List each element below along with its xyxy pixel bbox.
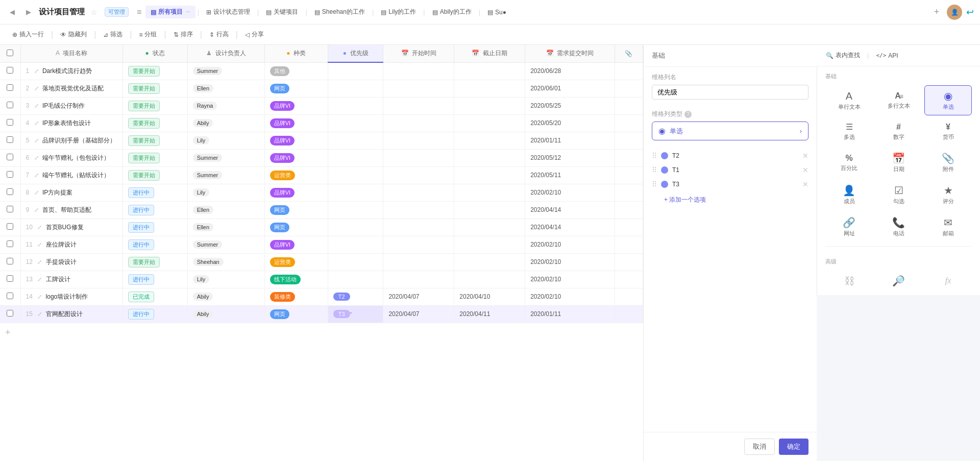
field-multi-select[interactable]: ☰ 多选 bbox=[825, 117, 873, 145]
row-checkbox[interactable] bbox=[7, 119, 13, 126]
row-expand-icon[interactable]: ⤢ bbox=[37, 276, 42, 282]
field-email[interactable]: ✉ 邮箱 bbox=[924, 212, 972, 242]
field-single-select[interactable]: ◉ 单选 bbox=[924, 85, 972, 115]
row-checkbox[interactable] bbox=[7, 258, 13, 264]
row-checkbox-cell[interactable] bbox=[0, 62, 20, 80]
field-multi-line[interactable]: A≡ 多行文本 bbox=[875, 85, 922, 115]
col-demand-header[interactable]: 📅 需求提交时间 bbox=[525, 45, 615, 62]
table-area[interactable]: A 项目名称 ● 状态 ♟ 设计负责人 ● 种类 bbox=[0, 45, 643, 461]
row-checkbox[interactable] bbox=[7, 154, 13, 160]
row-checkbox-cell[interactable] bbox=[0, 97, 20, 114]
filter-btn[interactable]: ⊿ 筛选 bbox=[99, 28, 127, 41]
row-checkbox-cell[interactable] bbox=[0, 305, 20, 323]
tab-abily[interactable]: ▤ Abily的工作 bbox=[427, 6, 477, 18]
tab-more-all[interactable]: ··· bbox=[186, 9, 190, 15]
field-number[interactable]: # 数字 bbox=[875, 117, 922, 145]
row-checkbox[interactable] bbox=[7, 293, 13, 299]
field-link[interactable]: ⛓ bbox=[825, 271, 873, 292]
row-checkbox-cell[interactable] bbox=[0, 288, 20, 305]
undo-btn[interactable]: ↩ bbox=[966, 7, 974, 18]
row-expand-icon[interactable]: ⤢ bbox=[34, 85, 39, 91]
row-height-btn[interactable]: ⇕ 行高 bbox=[205, 28, 233, 41]
row-expand-icon[interactable]: ⤢ bbox=[34, 68, 39, 74]
col-attach-header[interactable]: 📎 bbox=[615, 45, 643, 62]
delete-t3-btn[interactable]: ✕ bbox=[802, 180, 808, 188]
share-btn[interactable]: ◁ 分享 bbox=[241, 28, 268, 41]
tab-lily[interactable]: ▤ Lily的工作 bbox=[376, 6, 421, 18]
row-checkbox[interactable] bbox=[7, 84, 13, 91]
col-type-selected[interactable]: ◉ 单选 › bbox=[652, 122, 808, 140]
delete-t1-btn[interactable]: ✕ bbox=[802, 166, 808, 174]
option-t2[interactable]: ⠿ T2 ✕ bbox=[652, 149, 808, 163]
col-name-header[interactable]: A 项目名称 bbox=[20, 45, 122, 62]
row-checkbox-cell[interactable] bbox=[0, 201, 20, 219]
delete-t2-btn[interactable]: ✕ bbox=[802, 152, 808, 160]
row-checkbox-cell[interactable] bbox=[0, 132, 20, 149]
cancel-btn[interactable]: 取消 bbox=[744, 439, 775, 455]
field-url[interactable]: 🔗 网址 bbox=[825, 212, 873, 242]
row-expand-icon[interactable]: ⤢ bbox=[34, 155, 39, 161]
tab-all-projects[interactable]: ▤ 所有项目 ··· bbox=[145, 6, 195, 18]
row-checkbox[interactable] bbox=[7, 240, 13, 247]
field-attachment[interactable]: 📎 附件 bbox=[924, 148, 972, 178]
row-checkbox[interactable] bbox=[7, 223, 13, 230]
add-option-btn[interactable]: + 添加一个选项 bbox=[652, 191, 808, 206]
col-end-header[interactable]: 📅 截止日期 bbox=[454, 45, 525, 62]
add-row-btn[interactable]: + bbox=[0, 323, 643, 342]
row-checkbox-cell[interactable] bbox=[0, 166, 20, 184]
table-search-btn[interactable]: 🔍 表内查找 bbox=[823, 49, 863, 62]
option-t1[interactable]: ⠿ T1 ✕ bbox=[652, 163, 808, 177]
row-checkbox-cell[interactable] bbox=[0, 184, 20, 201]
row-checkbox-cell[interactable] bbox=[0, 271, 20, 288]
select-all-checkbox[interactable] bbox=[7, 50, 13, 56]
row-checkbox[interactable] bbox=[7, 310, 13, 317]
row-checkbox-cell[interactable] bbox=[0, 236, 20, 253]
sort-btn[interactable]: ⇅ 排序 bbox=[169, 28, 197, 41]
row-checkbox[interactable] bbox=[7, 206, 13, 212]
group-btn[interactable]: ≡ 分组 bbox=[135, 28, 161, 41]
row-checkbox[interactable] bbox=[7, 102, 13, 108]
row-checkbox[interactable] bbox=[7, 136, 13, 143]
tab-su[interactable]: ▤ Su● bbox=[482, 7, 511, 18]
row-expand-icon[interactable]: ⤢ bbox=[37, 241, 42, 248]
row-checkbox[interactable] bbox=[7, 67, 13, 74]
field-checkbox[interactable]: ☑ 勾选 bbox=[875, 180, 922, 210]
row-checkbox-cell[interactable] bbox=[0, 149, 20, 166]
add-tab-btn[interactable]: + bbox=[930, 6, 943, 18]
row-expand-icon[interactable]: ⤢ bbox=[37, 224, 42, 230]
api-btn[interactable]: </> API bbox=[873, 50, 901, 61]
field-member[interactable]: 👤 成员 bbox=[825, 180, 873, 210]
insert-row-btn[interactable]: ⊕ 插入一行 bbox=[8, 28, 48, 41]
tab-design-status[interactable]: ⊞ 设计状态管理 bbox=[201, 6, 255, 18]
hide-columns-btn[interactable]: 👁 隐藏列 bbox=[56, 28, 91, 41]
row-checkbox[interactable] bbox=[7, 275, 13, 282]
confirm-btn[interactable]: 确定 bbox=[779, 439, 808, 455]
col-checkbox-header[interactable] bbox=[0, 45, 20, 62]
field-phone[interactable]: 📞 电话 bbox=[875, 212, 922, 242]
field-date[interactable]: 📅 日期 bbox=[875, 148, 922, 178]
star-icon[interactable]: ☆ bbox=[91, 8, 97, 16]
row-checkbox-cell[interactable] bbox=[0, 253, 20, 271]
row-checkbox-cell[interactable] bbox=[0, 114, 20, 132]
row-expand-icon[interactable]: ⤢ bbox=[34, 103, 39, 109]
field-lookup[interactable]: 🔎 bbox=[875, 271, 922, 292]
user-avatar[interactable]: 👤 bbox=[947, 5, 962, 20]
col-status-header[interactable]: ● 状态 bbox=[122, 45, 187, 62]
col-name-input[interactable] bbox=[652, 85, 808, 100]
nav-forward-btn[interactable]: ▶ bbox=[22, 6, 35, 18]
col-priority-header[interactable]: ● 优先级 bbox=[328, 45, 383, 62]
field-single-line[interactable]: A 单行文本 bbox=[825, 85, 873, 115]
row-expand-icon[interactable]: ⤢ bbox=[34, 137, 39, 143]
row-checkbox[interactable] bbox=[7, 171, 13, 178]
row-expand-icon[interactable]: ⤢ bbox=[34, 207, 39, 213]
col-category-header[interactable]: ● 种类 bbox=[264, 45, 328, 62]
col-designer-header[interactable]: ♟ 设计负责人 bbox=[187, 45, 264, 62]
row-checkbox-cell[interactable] bbox=[0, 219, 20, 236]
collapse-icon[interactable]: ≡ bbox=[137, 8, 141, 17]
row-expand-icon[interactable]: ⤢ bbox=[34, 189, 39, 196]
field-currency[interactable]: ¥ 货币 bbox=[924, 117, 972, 145]
row-checkbox-cell[interactable] bbox=[0, 80, 20, 97]
nav-back-btn[interactable]: ◀ bbox=[6, 6, 18, 18]
row-expand-icon[interactable]: ⤢ bbox=[34, 120, 39, 126]
col-start-header[interactable]: 📅 开始时间 bbox=[383, 45, 454, 62]
